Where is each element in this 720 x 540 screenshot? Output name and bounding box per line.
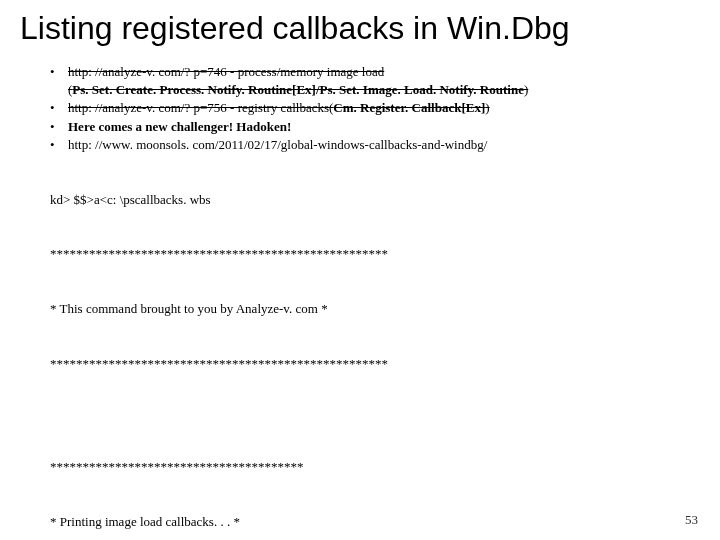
spacer (50, 409, 700, 423)
slide-title: Listing registered callbacks in Win.Dbg (20, 10, 700, 47)
bullet-1-line2-close: ) (524, 82, 528, 97)
bullet-2-post: ) (485, 100, 489, 115)
bullet-2: http: //analyze-v. com/? p=756 - registr… (50, 99, 700, 117)
bullet-4: http: //www. moonsols. com/2011/02/17/gl… (50, 136, 700, 154)
bullet-4-text: http: //www. moonsols. com/2011/02/17/gl… (68, 137, 487, 152)
bullet-1: http: //analyze-v. com/? p=746 - process… (50, 63, 700, 98)
bullet-1-line2-bold: Ps. Set. Create. Process. Notify. Routin… (72, 82, 524, 97)
image-load-line: * Printing image load callbacks. . . * (50, 513, 700, 531)
page-number: 53 (685, 512, 698, 528)
console-output: kd> $$>a<c: \pscallbacks. wbs **********… (20, 156, 700, 540)
slide: Listing registered callbacks in Win.Dbg … (0, 0, 720, 540)
bullet-3: Here comes a new challenger! Hadoken! (50, 118, 700, 136)
bullet-2-pre: http: //analyze-v. com/? p=756 - registr… (68, 100, 333, 115)
brought-by-line: * This command brought to you by Analyze… (50, 300, 700, 318)
star-line-3: *************************************** (50, 458, 700, 476)
star-line-2: ****************************************… (50, 355, 700, 373)
bullet-3-text: Here comes a new challenger! Hadoken! (68, 119, 291, 134)
bullet-list: http: //analyze-v. com/? p=746 - process… (20, 63, 700, 154)
kd-command-line: kd> $$>a<c: \pscallbacks. wbs (50, 191, 700, 209)
star-line-1: ****************************************… (50, 245, 700, 263)
bullet-2-bold: Cm. Register. Callback[Ex] (333, 100, 485, 115)
bullet-1-line1: http: //analyze-v. com/? p=746 - process… (68, 64, 384, 79)
